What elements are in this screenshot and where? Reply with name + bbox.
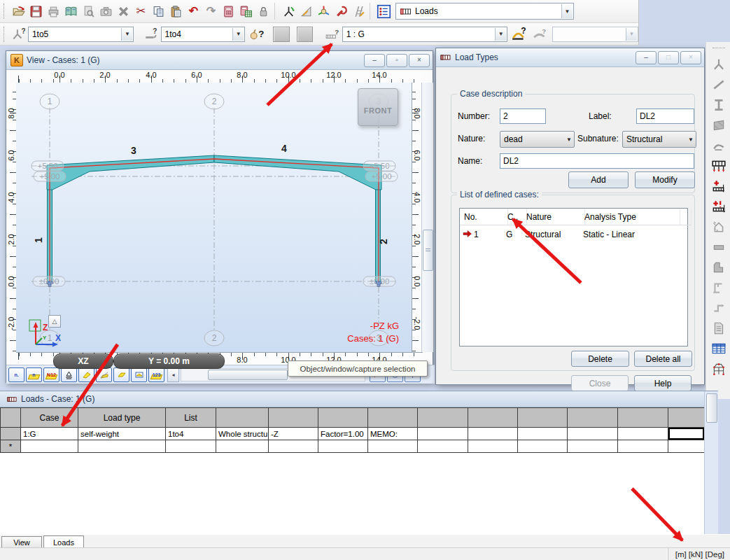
view-3d-icon[interactable]	[315, 3, 332, 20]
copy-icon[interactable]	[150, 3, 167, 20]
phases-tool-icon[interactable]	[709, 298, 729, 318]
view-rotate-button[interactable]: △	[48, 315, 61, 328]
chevron-down-icon[interactable]: ▼	[232, 28, 244, 41]
sections-tool-icon[interactable]	[709, 94, 729, 115]
snapshot-camera-icon[interactable]	[97, 3, 115, 20]
case-row-analysis[interactable]: Static - Linear	[583, 230, 635, 239]
redo-icon[interactable]: ↷	[202, 3, 220, 20]
dialog-titlebar[interactable]: Load Types – □ ×	[436, 48, 704, 67]
toggle-loads[interactable]	[113, 368, 129, 382]
col-header-case[interactable]: Case	[21, 407, 78, 428]
col-header-load-type[interactable]: Load type	[78, 407, 166, 428]
scrollbar-thumb[interactable]	[423, 230, 433, 271]
loads-panel-scrollbar[interactable]	[704, 391, 718, 535]
loads-panel-titlebar[interactable]: Loads - Case: 1 (G)	[0, 391, 718, 407]
view-cube-front[interactable]: FRONT	[358, 88, 398, 126]
scrollbar-thumb[interactable]	[706, 393, 717, 423]
paste-icon[interactable]	[167, 3, 185, 20]
col-header-empty[interactable]	[318, 407, 368, 428]
screen-capture-icon[interactable]	[80, 3, 97, 20]
case-row-no[interactable]: 1	[474, 230, 479, 239]
model-canvas[interactable]: 1 2 3 1 2 3 +5.50 +5.00 ±0.00	[16, 83, 412, 352]
case-selection-combo[interactable]: 1 : G ▼	[342, 27, 507, 42]
cell-load-type[interactable]: self-weight	[78, 428, 166, 440]
selection-mode-button[interactable]	[273, 27, 289, 42]
lock-icon[interactable]	[255, 3, 272, 20]
vertical-scrollbar[interactable]	[421, 83, 433, 352]
open-project-icon[interactable]	[10, 3, 27, 20]
toggle-section-names[interactable]: N12	[43, 368, 59, 382]
close-icon[interactable]: ×	[680, 51, 701, 64]
cell-empty[interactable]	[418, 428, 468, 440]
toolbar-grip[interactable]	[3, 4, 8, 19]
label-field[interactable]: DL2	[636, 108, 694, 124]
toggle-section-shape[interactable]	[96, 368, 112, 382]
print-preview-icon[interactable]	[62, 3, 80, 20]
load-combination-icon[interactable]	[709, 196, 729, 216]
chevron-down-icon[interactable]: ▼	[495, 28, 506, 41]
cut-icon[interactable]: ✂	[132, 3, 150, 20]
toggle-bar-numbers[interactable]: n	[26, 368, 42, 382]
cell-empty[interactable]	[568, 428, 618, 440]
panels-tool-icon[interactable]	[709, 115, 729, 135]
cell-empty[interactable]	[518, 440, 568, 453]
climate-loads-icon[interactable]	[709, 216, 729, 237]
subnature-select[interactable]: Structural▼	[622, 131, 696, 148]
bar-selection-icon[interactable]: ?	[142, 25, 159, 43]
delete-icon[interactable]	[115, 3, 132, 20]
notes-tool-icon[interactable]	[709, 318, 729, 338]
tools-wrench-icon[interactable]	[332, 3, 350, 20]
slabs-tool-icon[interactable]	[709, 237, 729, 257]
toolbar-grip[interactable]	[713, 48, 725, 51]
nature-select[interactable]: dead▼	[500, 131, 575, 148]
cell-empty[interactable]	[216, 440, 269, 453]
work-plane-pill[interactable]: XZ	[53, 354, 113, 369]
col-header-empty[interactable]	[418, 407, 468, 428]
strip-scroll-left[interactable]: ◂	[167, 368, 179, 382]
cell-list[interactable]: 1to4	[166, 428, 216, 440]
toggle-sections[interactable]	[78, 368, 94, 382]
claddings-tool-icon[interactable]	[709, 135, 729, 155]
cell-empty[interactable]	[368, 440, 418, 453]
layout-manager-icon[interactable]	[375, 3, 393, 20]
toggle-load-symbols[interactable]	[131, 368, 147, 382]
layout-selector[interactable]: Loads ▼	[395, 3, 574, 20]
undo-icon[interactable]: ↶	[185, 3, 202, 20]
cell-empty[interactable]	[468, 440, 518, 453]
edit-connections-icon[interactable]	[280, 3, 297, 20]
tables-tool-icon[interactable]	[709, 338, 729, 358]
toolbar-grip[interactable]	[3, 27, 8, 42]
selection-mode-button-2[interactable]	[297, 27, 313, 42]
foundations-tool-icon[interactable]	[709, 257, 729, 277]
save-project-icon[interactable]	[27, 3, 45, 20]
section-definition-icon[interactable]	[297, 3, 315, 20]
help-button[interactable]: Help	[634, 375, 692, 391]
cell-apply-to[interactable]: Whole structu	[216, 428, 269, 440]
col-header-empty[interactable]	[216, 407, 269, 428]
cell-selected[interactable]	[668, 428, 705, 440]
node-selection-combo[interactable]: 1to5 ▼	[28, 27, 134, 42]
cell-empty[interactable]	[269, 440, 318, 453]
cell-empty[interactable]	[618, 440, 668, 453]
col-header-empty[interactable]	[668, 407, 705, 428]
load-case-add-icon[interactable]	[709, 176, 729, 196]
load-inspect-icon[interactable]: ?	[510, 25, 527, 43]
col-header-empty[interactable]	[368, 407, 418, 428]
cell-memo[interactable]: MEMO:	[368, 428, 418, 440]
name-field[interactable]: DL2	[500, 153, 694, 169]
col-header-empty[interactable]	[618, 407, 668, 428]
cell-empty[interactable]	[166, 440, 216, 453]
aux-combo[interactable]: ▼	[552, 27, 638, 42]
cell-empty[interactable]	[318, 440, 368, 453]
cell-empty[interactable]	[668, 440, 705, 453]
cell-direction[interactable]: -Z	[269, 428, 318, 440]
plane-position-pill[interactable]: Y = 0.00 m	[113, 354, 225, 369]
tab-loads[interactable]: Loads	[43, 536, 84, 548]
scrollbar-thumb[interactable]	[208, 370, 288, 380]
delete-all-button[interactable]: Delete all	[634, 351, 692, 367]
col-header-empty[interactable]	[518, 407, 568, 428]
measure-tool-icon[interactable]	[350, 3, 367, 20]
chevron-down-icon[interactable]: ▼	[561, 4, 573, 18]
chevron-down-icon[interactable]: ▼	[121, 28, 132, 41]
col-header-list[interactable]: List	[166, 407, 216, 428]
